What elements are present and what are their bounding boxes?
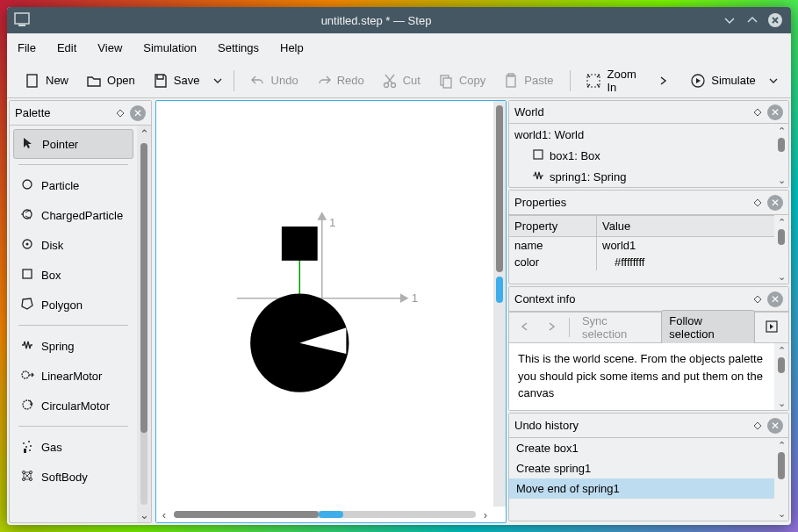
canvas-vertical-scrollbar[interactable]: [493, 101, 506, 507]
scroll-up-icon[interactable]: ⌃: [774, 215, 788, 229]
box-object[interactable]: [282, 226, 318, 261]
minimize-button[interactable]: [721, 11, 738, 29]
save-dropdown-icon[interactable]: [210, 73, 224, 89]
scroll-up-icon[interactable]: ⌃: [137, 126, 151, 141]
property-row[interactable]: name world1: [509, 237, 774, 254]
disk-object[interactable]: [250, 294, 349, 392]
property-value[interactable]: world1: [597, 237, 774, 254]
panel-float-icon[interactable]: [750, 195, 766, 211]
scroll-down-icon[interactable]: ⌄: [774, 507, 788, 521]
palette-item-particle[interactable]: Particle: [13, 170, 133, 200]
paste-button[interactable]: Paste: [496, 69, 560, 92]
menu-view[interactable]: View: [97, 41, 122, 54]
undo-scrollbar[interactable]: ⌃ ⌄: [774, 438, 788, 521]
polygon-icon: [20, 297, 34, 313]
zoom-in-button[interactable]: Zoom In: [579, 64, 650, 97]
menu-settings[interactable]: Settings: [218, 41, 259, 54]
canvas-horizontal-scrollbar[interactable]: ‹ ›: [156, 507, 493, 522]
panel-close-icon[interactable]: ✕: [767, 195, 783, 211]
tree-item-box[interactable]: box1: Box: [509, 145, 774, 166]
new-button[interactable]: New: [18, 69, 75, 92]
panel-float-icon[interactable]: [112, 105, 128, 121]
palette-item-spring[interactable]: Spring: [13, 331, 133, 361]
close-button[interactable]: [766, 11, 784, 29]
column-property[interactable]: Property: [509, 216, 597, 236]
menu-edit[interactable]: Edit: [57, 41, 76, 54]
scroll-thumb[interactable]: [496, 105, 503, 272]
zoom-in-label: Zoom In: [607, 68, 643, 94]
svg-point-17: [22, 371, 29, 378]
scroll-down-icon[interactable]: ⌄: [774, 270, 788, 284]
context-header[interactable]: Context info ✕: [509, 287, 788, 312]
palette-item-pointer[interactable]: Pointer: [13, 129, 133, 159]
palette-item-gas[interactable]: Gas: [13, 432, 133, 462]
scroll-right-icon[interactable]: ›: [478, 508, 493, 521]
tree-item-spring[interactable]: spring1: Spring: [509, 166, 774, 187]
scroll-left-icon[interactable]: ‹: [156, 508, 172, 521]
property-value[interactable]: #ffffffff: [597, 254, 774, 270]
properties-scrollbar[interactable]: ⌃ ⌄: [774, 215, 788, 284]
panel-float-icon[interactable]: [750, 104, 766, 120]
menu-file[interactable]: File: [18, 41, 36, 54]
canvas[interactable]: 1 1 ‹: [155, 100, 507, 523]
save-button[interactable]: Save: [146, 69, 207, 92]
menu-simulation[interactable]: Simulation: [143, 41, 197, 54]
panel-float-icon[interactable]: [750, 291, 766, 307]
simulate-label: Simulate: [711, 74, 756, 87]
panel-float-icon[interactable]: [750, 418, 766, 434]
maximize-button[interactable]: [744, 11, 761, 29]
palette-item-charged-particle[interactable]: ChargedParticle: [13, 200, 133, 230]
follow-selection-button[interactable]: Follow selection: [661, 310, 755, 345]
toolbar-overflow-icon[interactable]: [657, 73, 671, 89]
sync-selection-button[interactable]: Sync selection: [575, 311, 659, 344]
properties-header[interactable]: Properties ✕: [509, 191, 788, 215]
property-row[interactable]: color #ffffffff: [509, 254, 774, 270]
scroll-thumb-highlight[interactable]: [319, 511, 343, 518]
palette-item-circular-motor[interactable]: CircularMotor: [13, 391, 133, 421]
context-scrollbar[interactable]: ⌃ ⌄: [774, 343, 788, 410]
undo-item[interactable]: Move end of spring1: [509, 478, 774, 499]
charged-particle-icon: [20, 207, 34, 224]
titlebar[interactable]: untitled.step * — Step: [7, 7, 791, 33]
scroll-up-icon[interactable]: ⌃: [774, 343, 788, 357]
canvas-content[interactable]: 1 1: [156, 101, 506, 522]
context-forward-button[interactable]: [539, 318, 564, 338]
open-button[interactable]: Open: [79, 69, 142, 92]
undo-item[interactable]: Create spring1: [509, 458, 774, 478]
world-scrollbar[interactable]: ⌃ ⌄: [774, 124, 788, 187]
scroll-up-icon[interactable]: ⌃: [774, 124, 788, 138]
panel-close-icon[interactable]: ✕: [767, 104, 783, 120]
scroll-down-icon[interactable]: ⌄: [774, 173, 788, 187]
simulate-dropdown-icon[interactable]: [766, 73, 780, 89]
simulate-button[interactable]: Simulate: [683, 69, 763, 92]
palette-item-linear-motor[interactable]: LinearMotor: [13, 361, 133, 391]
scroll-thumb[interactable]: [174, 511, 319, 518]
tree-item-world[interactable]: world1: World: [509, 124, 774, 145]
undo-button[interactable]: Undo: [243, 69, 306, 92]
scroll-thumb[interactable]: [140, 143, 147, 433]
panel-close-icon[interactable]: ✕: [767, 291, 783, 307]
undo-item[interactable]: Create box1: [509, 438, 774, 458]
palette-item-disk[interactable]: Disk: [13, 230, 133, 260]
redo-button[interactable]: Redo: [309, 69, 371, 92]
copy-button[interactable]: Copy: [431, 69, 492, 92]
palette-item-box[interactable]: Box: [13, 260, 133, 290]
palette-item-soft-body[interactable]: SoftBody: [13, 462, 133, 492]
world-header[interactable]: World ✕: [509, 101, 788, 124]
scroll-down-icon[interactable]: ⌄: [137, 507, 151, 522]
cut-button[interactable]: Cut: [375, 69, 428, 92]
palette-scrollbar[interactable]: ⌃ ⌄: [137, 126, 151, 522]
context-back-button[interactable]: [513, 318, 537, 338]
menu-help[interactable]: Help: [280, 41, 304, 54]
palette-item-polygon[interactable]: Polygon: [13, 290, 133, 320]
scroll-thumb-highlight[interactable]: [496, 277, 503, 303]
undo-header[interactable]: Undo history ✕: [509, 413, 788, 438]
column-value[interactable]: Value: [597, 216, 774, 236]
scroll-up-icon[interactable]: ⌃: [774, 438, 788, 452]
palette-header[interactable]: Palette ✕: [10, 101, 151, 126]
panel-close-icon[interactable]: ✕: [130, 105, 146, 121]
panel-close-icon[interactable]: ✕: [767, 418, 783, 434]
svg-point-5: [391, 83, 395, 87]
scroll-down-icon[interactable]: ⌄: [774, 396, 788, 410]
context-execute-button[interactable]: [758, 317, 785, 339]
